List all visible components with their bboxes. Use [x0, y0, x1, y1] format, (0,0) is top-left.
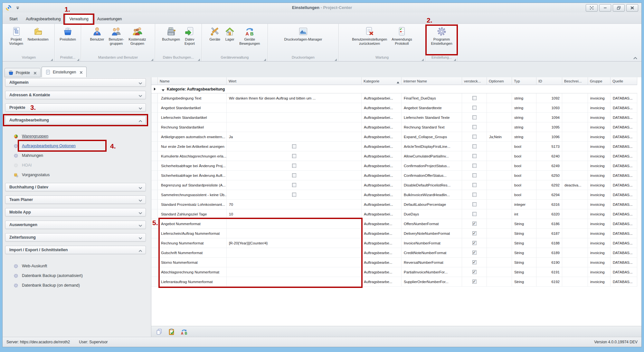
- sidebar-item-hoai[interactable]: HOAI: [14, 160, 146, 170]
- fullscreen-button[interactable]: [586, 4, 598, 12]
- cell-interner-name[interactable]: ConfirmationProjectStatus...: [402, 161, 462, 171]
- row-indicator[interactable]: [151, 258, 158, 267]
- checkbox-unchecked[interactable]: [292, 154, 296, 158]
- ribbon-button-preislisten[interactable]: Preislisten: [58, 25, 78, 42]
- cell-kategorie[interactable]: Auftragsbearbei...: [362, 93, 402, 103]
- cell-quelle[interactable]: DATABAS...: [611, 93, 637, 103]
- checkbox-unchecked[interactable]: [472, 125, 477, 129]
- cell-versteckt[interactable]: [462, 161, 487, 171]
- cell-versteckt[interactable]: [462, 248, 487, 258]
- column-header-gruppe[interactable]: Gruppe: [588, 77, 611, 85]
- sidebar-section-adressen-kontakte[interactable]: Adressen & Kontakte: [5, 91, 146, 99]
- cell-gruppe[interactable]: invoicing: [588, 229, 611, 238]
- cell-quelle[interactable]: DATABAS...: [611, 229, 637, 238]
- checkbox-checked[interactable]: [472, 241, 477, 245]
- ribbon-button-programm-einstellungen[interactable]: Programm Einstellungen: [429, 25, 454, 46]
- cell-name[interactable]: Zahlungsbedingung Text: [158, 93, 227, 103]
- column-header-id[interactable]: ID: [536, 77, 562, 85]
- cell-id[interactable]: 6316: [536, 200, 562, 209]
- toolbar-button-clipboard-check[interactable]: [168, 328, 175, 335]
- cell-typ[interactable]: string: [512, 103, 536, 113]
- cell-id[interactable]: 6189: [536, 248, 562, 258]
- cell-id[interactable]: 1096: [536, 132, 562, 142]
- checkbox-unchecked[interactable]: [472, 173, 477, 177]
- cell-id[interactable]: 1094: [536, 113, 562, 122]
- checkbox-unchecked[interactable]: [472, 202, 477, 206]
- cell-id[interactable]: 6186: [536, 219, 562, 229]
- cell-kategorie[interactable]: Auftragsbearbe...: [362, 277, 402, 287]
- checkbox-checked[interactable]: [472, 260, 477, 264]
- checkbox-unchecked[interactable]: [472, 183, 477, 187]
- checkbox-unchecked[interactable]: [472, 193, 477, 197]
- cell-versteckt[interactable]: [462, 219, 487, 229]
- cell-versteckt[interactable]: [462, 122, 487, 132]
- cell-wert[interactable]: [227, 103, 362, 113]
- ribbon-button-anwendungs-protokoll[interactable]: Anwendungs Protokoll: [390, 25, 414, 46]
- cell-gruppe[interactable]: invoicing: [588, 113, 611, 122]
- checkbox-checked[interactable]: [472, 231, 477, 235]
- ribbon-button-nebenkosten[interactable]: Nebenkosten: [26, 25, 51, 42]
- cell-kategorie[interactable]: Auftragsbearbei...: [362, 113, 402, 122]
- cell-gruppe[interactable]: invoicing: [588, 180, 611, 190]
- cell-versteckt[interactable]: [462, 209, 487, 219]
- cell-beschreibung[interactable]: [562, 122, 588, 132]
- cell-typ[interactable]: String: [512, 229, 536, 238]
- cell-name[interactable]: Sicherheitsabfrage bei Änderung Proj...: [158, 161, 227, 171]
- cell-kategorie[interactable]: Auftragsbearbe...: [362, 267, 402, 277]
- cell-typ[interactable]: bool: [512, 180, 536, 190]
- row-indicator[interactable]: [151, 209, 158, 219]
- cell-name[interactable]: Sicherheitsabfrage bei Änderung Auft...: [158, 171, 227, 180]
- cell-interner-name[interactable]: SupplierOrderNumberFor...: [402, 277, 462, 287]
- cell-gruppe[interactable]: invoicing: [588, 267, 611, 277]
- cell-optionen[interactable]: [487, 219, 512, 229]
- checkbox-checked[interactable]: [472, 270, 477, 274]
- cell-optionen[interactable]: [487, 209, 512, 219]
- checkbox-checked[interactable]: [472, 222, 477, 226]
- cell-gruppe[interactable]: invoicing: [588, 142, 611, 151]
- cell-name[interactable]: Nur erste Zeile bei Artikeltext anzeigen: [158, 142, 227, 151]
- cell-kategorie[interactable]: Auftragsbearbei...: [362, 209, 402, 219]
- cell-gruppe[interactable]: invoicing: [588, 122, 611, 132]
- column-header-interner-name[interactable]: interner Name: [402, 77, 462, 85]
- cell-typ[interactable]: string: [512, 93, 536, 103]
- cell-optionen[interactable]: [487, 248, 512, 258]
- cell-beschreibung[interactable]: [562, 103, 588, 113]
- cell-typ[interactable]: int: [512, 209, 536, 219]
- cell-quelle[interactable]: DATABAS...: [611, 113, 637, 122]
- cell-interner-name[interactable]: DefaultLabourPercentage: [402, 200, 462, 209]
- close-tab-icon[interactable]: [33, 71, 37, 74]
- cell-interner-name[interactable]: DeliveryNoteNumberFormat: [402, 229, 462, 238]
- tab-projekte[interactable]: Projekte: [5, 68, 41, 77]
- cell-id[interactable]: 6292: [536, 180, 562, 190]
- cell-typ[interactable]: string: [512, 113, 536, 122]
- cell-wert[interactable]: [227, 171, 362, 180]
- cell-beschreibung[interactable]: [562, 267, 588, 277]
- cell-quelle[interactable]: DATABAS...: [611, 248, 637, 258]
- cell-beschreibung[interactable]: [562, 113, 588, 122]
- cell-versteckt[interactable]: [462, 93, 487, 103]
- cell-beschreibung[interactable]: [562, 238, 588, 248]
- cell-typ[interactable]: String: [512, 248, 536, 258]
- row-indicator[interactable]: [151, 142, 158, 151]
- cell-kategorie[interactable]: Auftragsbearbei...: [362, 122, 402, 132]
- cell-beschreibung[interactable]: deactiva...: [562, 180, 588, 190]
- cell-wert[interactable]: 70: [227, 200, 362, 209]
- cell-gruppe[interactable]: invoicing: [588, 209, 611, 219]
- sidebar-section-auftragsbearbeitung[interactable]: Auftragsbearbeitung: [5, 116, 146, 124]
- sidebar-item-datenbank-backup-on-demand[interactable]: Datenbank Backup (on demand): [14, 281, 146, 290]
- checkbox-unchecked[interactable]: [472, 154, 477, 158]
- cell-interner-name[interactable]: ArticleTextDisplayFirstLine...: [402, 142, 462, 151]
- cell-id[interactable]: 6294: [536, 190, 562, 200]
- checkbox-unchecked[interactable]: [472, 144, 477, 148]
- cell-typ[interactable]: String: [512, 219, 536, 229]
- cell-wert[interactable]: [227, 267, 362, 277]
- sidebar-section-projekte[interactable]: Projekte3.: [5, 103, 146, 112]
- cell-interner-name[interactable]: FinalText_DueDays: [402, 93, 462, 103]
- cell-id[interactable]: 6192: [536, 277, 562, 287]
- cell-quelle[interactable]: DATABAS...: [611, 161, 637, 171]
- cell-gruppe[interactable]: invoicing: [588, 171, 611, 180]
- cell-id[interactable]: 6249: [536, 161, 562, 171]
- cell-quelle[interactable]: DATABAS...: [611, 238, 637, 248]
- cell-wert[interactable]: [227, 248, 362, 258]
- cell-quelle[interactable]: DATABAS...: [611, 151, 637, 161]
